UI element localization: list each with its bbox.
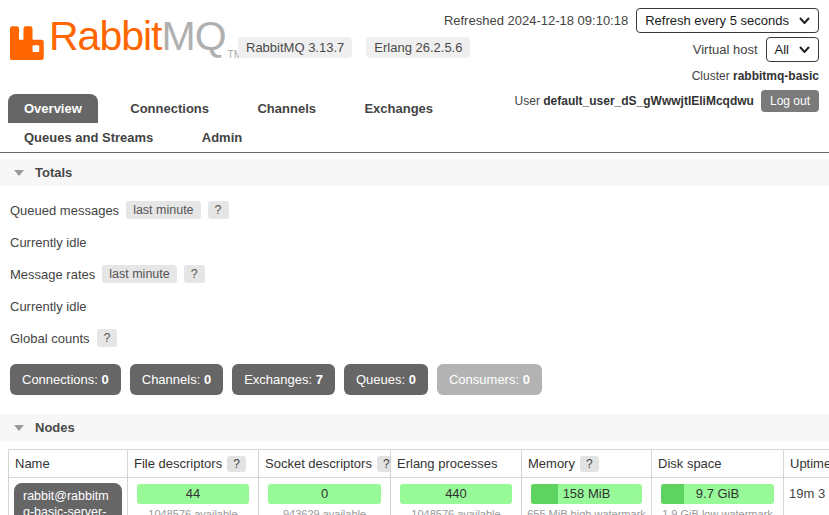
rabbitmq-logo[interactable]: RabbitMQ TM <box>10 16 242 64</box>
channels-count-button[interactable]: Channels: 0 <box>130 364 223 395</box>
message-rates-range-selector[interactable]: last minute <box>102 265 176 283</box>
tabs-divider <box>0 152 829 153</box>
user-name: default_user_dS_gWwwjtlEliMcqdwu <box>543 94 754 108</box>
disk-space-detail: 1.9 GiB low watermark <box>657 508 778 515</box>
logo-mq-text: MQ <box>162 13 226 59</box>
rabbitmq-version-badge: RabbitMQ 3.13.7 <box>238 37 352 58</box>
uptime-value: 19m 3 <box>789 483 829 501</box>
collapse-triangle-icon <box>14 425 24 431</box>
global-counts-line: Global counts ? <box>10 329 829 347</box>
socket-descriptors-detail: 943629 available <box>264 508 385 515</box>
rabbitmq-overview-page: RabbitMQ TM RabbitMQ 3.13.7 Erlang 26.2.… <box>0 0 829 515</box>
tab-channels[interactable]: Channels <box>241 94 332 123</box>
tab-admin[interactable]: Admin <box>186 123 258 152</box>
file-descriptors-detail: 1048576 available <box>133 508 253 515</box>
socket-descriptors-help[interactable]: ? <box>377 456 391 472</box>
node-name-cell: rabbit@rabbitmq-basic-server-0.rabbitmq-… <box>9 478 128 515</box>
virtual-host-select[interactable]: All <box>766 37 819 62</box>
socket-descriptors-cell: 0 943629 available <box>259 478 391 515</box>
refresh-interval-value: Refresh every 5 seconds <box>645 13 789 28</box>
queues-count-button[interactable]: Queues: 0 <box>344 364 428 395</box>
version-badges: RabbitMQ 3.13.7 Erlang 26.2.5.6 <box>238 37 470 58</box>
erlang-processes-cell: 440 1048576 available <box>391 478 522 515</box>
memory-help[interactable]: ? <box>580 456 599 472</box>
message-rates-help[interactable]: ? <box>184 265 205 283</box>
cluster-label: Cluster <box>692 69 730 83</box>
col-erlang-processes: Erlang processes <box>391 450 522 478</box>
node-row: rabbit@rabbitmq-basic-server-0.rabbitmq-… <box>9 478 829 515</box>
tab-overview[interactable]: Overview <box>8 94 98 123</box>
consumers-count-button[interactable]: Consumers: 0 <box>437 364 542 395</box>
col-memory: Memory? <box>522 450 652 478</box>
message-rates-line: Message rates last minute ? <box>10 265 829 283</box>
queued-messages-line: Queued messages last minute ? <box>10 201 829 219</box>
memory-cell: 158 MiB 655 MiB high watermark <box>522 478 652 515</box>
file-descriptors-cell: 44 1048576 available <box>128 478 259 515</box>
file-descriptors-help[interactable]: ? <box>227 456 246 472</box>
file-descriptors-bar: 44 <box>137 484 249 504</box>
exchanges-count-button[interactable]: Exchanges: 7 <box>232 364 335 395</box>
nodes-section-header[interactable]: Nodes <box>0 414 829 441</box>
global-counts-buttons: Connections: 0 Channels: 0 Exchanges: 7 … <box>10 364 829 395</box>
nodes-table-header-row: Name File descriptors? Socket descriptor… <box>9 450 829 478</box>
nodes-table: Name File descriptors? Socket descriptor… <box>8 449 829 515</box>
header: RabbitMQ TM RabbitMQ 3.13.7 Erlang 26.2.… <box>0 0 829 92</box>
queued-messages-range-selector[interactable]: last minute <box>126 201 200 219</box>
refresh-interval-select[interactable]: Refresh every 5 seconds <box>636 8 819 33</box>
col-name: Name <box>9 450 128 478</box>
tab-exchanges[interactable]: Exchanges <box>348 94 449 123</box>
queued-messages-status: Currently idle <box>10 235 829 250</box>
virtual-host-label: Virtual host <box>693 42 758 57</box>
col-disk-space: Disk space <box>652 450 784 478</box>
chevron-down-icon <box>799 17 810 24</box>
virtual-host-row: Virtual host All <box>444 37 819 62</box>
tab-connections[interactable]: Connections <box>114 94 225 123</box>
message-rates-label: Message rates <box>10 267 95 282</box>
erlang-processes-bar: 440 <box>400 484 512 504</box>
refreshed-timestamp: Refreshed 2024-12-18 09:10:18 <box>444 13 628 28</box>
topbar-right: Refreshed 2024-12-18 09:10:18 Refresh ev… <box>444 8 819 112</box>
connections-count-button[interactable]: Connections: 0 <box>10 364 121 395</box>
col-file-descriptors: File descriptors? <box>128 450 259 478</box>
logo-rabbit-text: Rabbit <box>49 13 162 59</box>
chevron-down-icon <box>799 46 810 53</box>
refresh-row: Refreshed 2024-12-18 09:10:18 Refresh ev… <box>444 8 819 33</box>
cluster-name: rabbitmq-basic <box>733 69 819 83</box>
nodes-section-title: Nodes <box>35 420 75 435</box>
queued-messages-label: Queued messages <box>10 203 119 218</box>
tabs-row-2: Queues and Streams Admin <box>8 123 829 152</box>
global-counts-label: Global counts <box>10 331 90 346</box>
logo-wordmark: RabbitMQ <box>49 16 226 57</box>
socket-descriptors-bar: 0 <box>268 484 381 504</box>
rabbitmq-rabbit-icon <box>10 26 46 64</box>
tab-queues-and-streams[interactable]: Queues and Streams <box>8 123 169 152</box>
uptime-cell: 19m 3 <box>784 478 829 515</box>
virtual-host-value: All <box>775 42 789 57</box>
global-counts-help[interactable]: ? <box>97 329 118 347</box>
collapse-triangle-icon <box>14 170 24 176</box>
logout-button[interactable]: Log out <box>761 90 819 112</box>
user-label: User <box>515 94 540 108</box>
totals-section-header[interactable]: Totals <box>0 159 829 186</box>
cluster-row: Cluster rabbitmq-basic <box>444 69 819 83</box>
queued-messages-help[interactable]: ? <box>208 201 229 219</box>
col-socket-descriptors: Socket descriptors? <box>259 450 391 478</box>
memory-bar: 158 MiB <box>531 484 642 504</box>
node-name-badge[interactable]: rabbit@rabbitmq-basic-server-0.rabbitmq-… <box>14 483 122 515</box>
totals-section-title: Totals <box>35 165 72 180</box>
disk-space-bar: 9.7 GiB <box>661 484 774 504</box>
disk-space-cell: 9.7 GiB 1.9 GiB low watermark <box>652 478 784 515</box>
message-rates-status: Currently idle <box>10 299 829 314</box>
user-row: User default_user_dS_gWwwjtlEliMcqdwu Lo… <box>444 90 819 112</box>
memory-detail: 655 MiB high watermark <box>527 508 646 515</box>
col-uptime: Uptime <box>784 450 829 478</box>
erlang-processes-detail: 1048576 available <box>396 508 516 515</box>
